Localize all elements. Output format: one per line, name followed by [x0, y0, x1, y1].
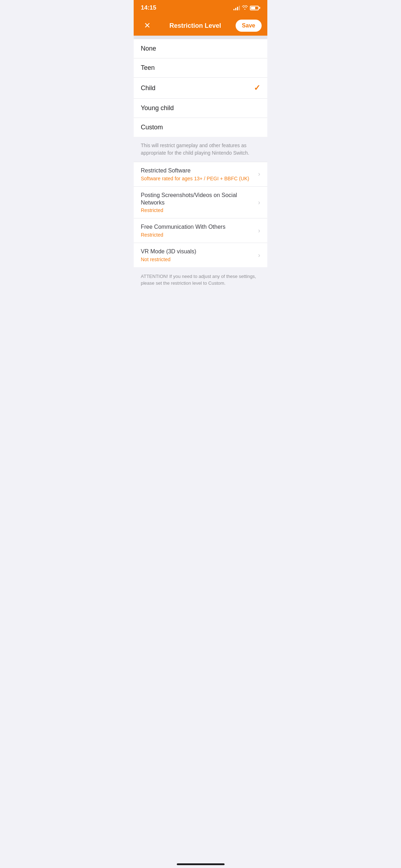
list-item-teen[interactable]: Teen	[134, 58, 267, 78]
battery-icon	[250, 6, 260, 10]
list-item-young-child-label: Young child	[141, 104, 174, 112]
list-item-young-child[interactable]: Young child	[134, 99, 267, 118]
settings-item-posting-screenshots-title: Posting Screenshots/Videos on Social Net…	[141, 192, 255, 207]
list-item-none[interactable]: None	[134, 39, 267, 58]
status-icons	[233, 5, 260, 11]
settings-item-vr-mode[interactable]: VR Mode (3D visuals) Not restricted ›	[134, 243, 267, 267]
chevron-icon: ›	[258, 227, 260, 234]
list-item-teen-label: Teen	[141, 64, 155, 72]
list-item-custom[interactable]: Custom	[134, 118, 267, 137]
settings-item-posting-screenshots[interactable]: Posting Screenshots/Videos on Social Net…	[134, 187, 267, 219]
settings-section: Restricted Software Software rated for a…	[134, 162, 267, 267]
settings-item-posting-screenshots-content: Posting Screenshots/Videos on Social Net…	[141, 192, 255, 213]
close-button[interactable]: ✕	[139, 18, 155, 33]
description-text: This will restrict gameplay and other fe…	[141, 142, 260, 157]
settings-item-free-communication-subtitle: Restricted	[141, 232, 255, 238]
settings-item-posting-screenshots-subtitle: Restricted	[141, 207, 255, 213]
settings-item-restricted-software-subtitle: Software rated for ages 13+ / PEGI + BBF…	[141, 176, 255, 181]
chevron-icon: ›	[258, 170, 260, 178]
checkmark-icon: ✓	[254, 83, 260, 93]
settings-item-restricted-software[interactable]: Restricted Software Software rated for a…	[134, 162, 267, 187]
status-time: 14:15	[141, 4, 156, 11]
description-box: This will restrict gameplay and other fe…	[134, 137, 267, 162]
chevron-icon: ›	[258, 199, 260, 206]
section-gap-top	[134, 36, 267, 39]
restriction-options-list: None Teen Child ✓ Young child Custom	[134, 39, 267, 137]
settings-item-restricted-software-content: Restricted Software Software rated for a…	[141, 167, 255, 181]
chevron-icon: ›	[258, 252, 260, 259]
settings-item-free-communication[interactable]: Free Communication With Others Restricte…	[134, 218, 267, 243]
settings-item-vr-mode-title: VR Mode (3D visuals)	[141, 248, 255, 255]
settings-item-vr-mode-subtitle: Not restricted	[141, 257, 255, 262]
settings-item-free-communication-content: Free Communication With Others Restricte…	[141, 223, 255, 238]
nav-bar: ✕ Restriction Level Save	[134, 16, 267, 36]
status-bar: 14:15	[134, 0, 267, 16]
list-item-child[interactable]: Child ✓	[134, 78, 267, 99]
bottom-spacer	[134, 293, 267, 314]
save-button[interactable]: Save	[236, 20, 262, 32]
page-title: Restriction Level	[169, 22, 221, 30]
settings-item-vr-mode-content: VR Mode (3D visuals) Not restricted	[141, 248, 255, 262]
signal-icon	[233, 5, 240, 10]
attention-text: ATTENTION! If you need to adjust any of …	[141, 273, 260, 287]
settings-item-restricted-software-title: Restricted Software	[141, 167, 255, 175]
list-item-none-label: None	[141, 45, 156, 52]
attention-note: ATTENTION! If you need to adjust any of …	[134, 267, 267, 293]
wifi-icon	[242, 5, 248, 11]
list-item-child-label: Child	[141, 84, 155, 92]
settings-item-free-communication-title: Free Communication With Others	[141, 223, 255, 231]
list-item-custom-label: Custom	[141, 124, 163, 131]
